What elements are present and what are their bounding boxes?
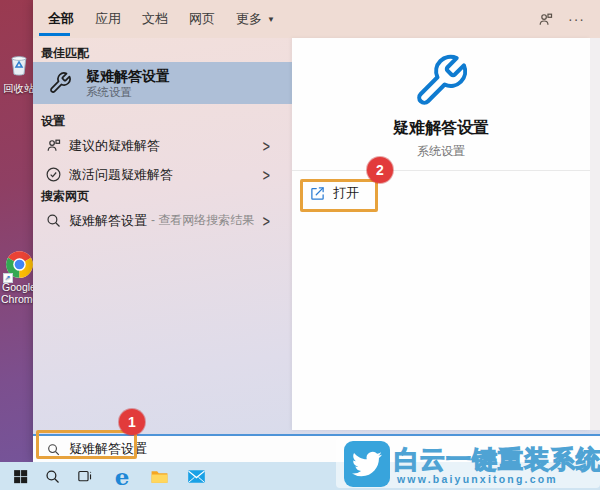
edge-browser-button[interactable]: e (108, 462, 136, 490)
chevron-right-icon: > (263, 211, 270, 231)
desktop-icon-recycle-bin[interactable]: 回收站 (1, 50, 37, 94)
check-circle-icon (45, 166, 62, 183)
tab-documents[interactable]: 文档 (142, 0, 168, 38)
section-header-search-web: 搜索网页 (41, 188, 281, 205)
list-item-label: 建议的疑难解答 (69, 137, 160, 155)
user-icon (537, 11, 554, 28)
windows-logo-icon (12, 468, 29, 485)
search-icon (45, 212, 62, 229)
dropdown-arrow-icon: ▼ (267, 15, 275, 24)
mail-icon (187, 467, 206, 486)
tab-apps[interactable]: 应用 (95, 0, 121, 38)
best-match-item[interactable]: 疑难解答设置 系统设置 (33, 62, 292, 104)
search-icon (44, 468, 61, 485)
tab-label: 应用 (95, 10, 121, 28)
list-item-suggested-troubleshooting[interactable]: 建议的疑难解答 > (33, 131, 292, 160)
active-tab-indicator (39, 33, 70, 36)
user-account-button[interactable] (537, 0, 554, 38)
more-options-button[interactable]: ··· (568, 0, 585, 38)
wrench-icon-large (412, 52, 470, 110)
scrollbar[interactable] (590, 38, 600, 430)
highlight-box-open (300, 179, 378, 212)
task-view-icon (76, 468, 93, 485)
desktop-icon-chrome[interactable]: ↗ Google Chrome (1, 250, 37, 305)
list-item-activation-troubleshooting[interactable]: 激活问题疑难解答 > (33, 160, 292, 189)
preview-subtitle: 系统设置 (292, 143, 590, 160)
preview-panel: 疑难解答设置 系统设置 打开 (292, 38, 590, 430)
search-flyout-panel: 全部 应用 文档 网页 更多 ▼ (33, 0, 600, 462)
start-button[interactable] (6, 462, 34, 490)
best-match-subtitle: 系统设置 (86, 85, 170, 99)
tab-label: 网页 (189, 10, 215, 28)
search-tabs: 全部 应用 文档 网页 更多 ▼ (33, 0, 600, 38)
recycle-bin-icon (1, 50, 37, 80)
watermark-title: 白云一键重装系统 (394, 443, 600, 476)
tab-label: 文档 (142, 10, 168, 28)
tab-label: 更多 (236, 10, 262, 28)
step-badge-1: 1 (119, 409, 145, 435)
highlight-box-search (36, 430, 137, 459)
step-badge-2: 2 (367, 157, 393, 183)
best-match-title: 疑难解答设置 (86, 68, 170, 85)
section-header-settings: 设置 (41, 113, 281, 130)
chevron-right-icon: > (263, 165, 270, 185)
list-item-web-search[interactable]: 疑难解答设置 - 查看网络搜索结果 > (33, 206, 292, 235)
taskbar-search-button[interactable] (38, 462, 66, 490)
chevron-right-icon: > (263, 136, 270, 156)
web-search-suffix: - 查看网络搜索结果 (151, 212, 254, 229)
file-explorer-button[interactable] (145, 462, 173, 490)
section-header-best-match: 最佳匹配 (41, 45, 281, 62)
edge-icon: e (115, 465, 130, 488)
mail-app-button[interactable] (182, 462, 210, 490)
wrench-icon (48, 71, 72, 95)
preview-title: 疑难解答设置 (292, 118, 590, 139)
ellipsis-icon: ··· (568, 11, 585, 27)
folder-icon (150, 467, 169, 486)
tab-web[interactable]: 网页 (189, 0, 215, 38)
desktop: 回收站 ↗ Google Chrome 全部 应用 (0, 0, 600, 490)
tab-label: 全部 (48, 10, 74, 28)
chrome-icon: ↗ (5, 269, 34, 281)
list-item-label: 激活问题疑难解答 (69, 166, 173, 184)
tab-more[interactable]: 更多 ▼ (236, 0, 275, 38)
person-icon (45, 137, 62, 154)
divider (292, 170, 590, 171)
task-view-button[interactable] (70, 462, 98, 490)
watermark-url: www.baiyunxitong.com (397, 473, 558, 485)
bird-logo-icon (344, 441, 390, 487)
shortcut-arrow-icon: ↗ (3, 273, 13, 283)
web-search-query: 疑难解答设置 (69, 212, 147, 230)
desktop-icon-label: 回收站 (3, 82, 35, 94)
